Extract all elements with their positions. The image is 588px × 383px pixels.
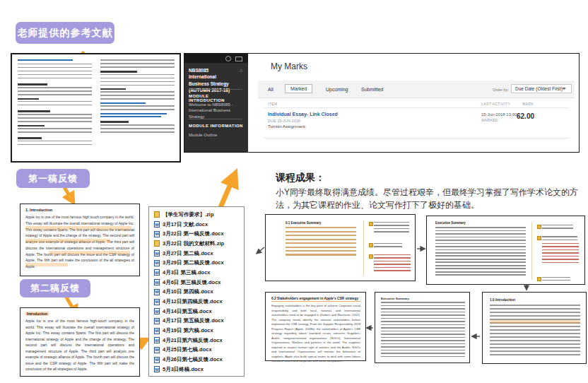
file-list: 【学生写作要求】.zip3月17日 文献.docx3月22日 第一稿反馈.doc… bbox=[148, 206, 245, 377]
chevron-down-icon bbox=[562, 88, 566, 90]
sidebar-item-module-outline[interactable]: Module Outline bbox=[189, 132, 245, 138]
file-name: 4月25日第七稿.docx bbox=[163, 346, 212, 353]
word-file-icon bbox=[154, 366, 160, 372]
draft1-heading: 1. Introduction bbox=[25, 208, 52, 212]
comment-icon bbox=[537, 277, 541, 281]
lms-screenshot: NBS8085 International Business Strategy … bbox=[184, 53, 580, 153]
result-doc-e-body: Engaging stakeholders is the key point o… bbox=[271, 304, 360, 364]
reference-doc-right-page bbox=[100, 59, 175, 158]
list-item[interactable]: 4月6日 第三稿反馈.docx bbox=[149, 278, 244, 288]
list-item[interactable]: 4月26日第七稿反馈.docx bbox=[149, 355, 244, 365]
result-doc-b-heading: Executive Summary bbox=[435, 221, 466, 225]
hyperlink-line bbox=[100, 102, 146, 104]
list-item[interactable]: 【学生写作要求】.zip bbox=[149, 210, 244, 220]
draft2-heading: Introduction bbox=[25, 312, 49, 316]
list-item[interactable]: 3月27日 第二稿.docx bbox=[149, 249, 244, 259]
result-doc-a-heading: 0.1 Executive Summary bbox=[286, 221, 321, 225]
list-item[interactable]: 4月17日 第五稿反馈.docx bbox=[149, 317, 244, 326]
assignment-type: Turnitin Assignment: bbox=[268, 124, 306, 129]
result-doc-e-stakeholders: 6.2 Stakeholders engagement in Apple's C… bbox=[265, 292, 366, 361]
collage-canvas: 老师提供的参考文献 第一稿反馈 第二稿反馈 bbox=[0, 0, 588, 383]
word-file-icon bbox=[154, 260, 160, 266]
result-doc-c-heading: 1.0 Introduction bbox=[490, 298, 515, 302]
list-item[interactable]: 5月3日终稿.docx bbox=[149, 365, 244, 375]
result-doc-d-exec-summary: Executive Summary bbox=[375, 292, 470, 363]
word-file-icon bbox=[154, 347, 160, 353]
list-item[interactable]: 3月22日 我的文献材料.zip bbox=[149, 239, 244, 249]
hyperlink-line bbox=[18, 59, 73, 61]
assignment-link[interactable]: Individual Essay- Link Closed bbox=[268, 112, 338, 117]
draft2-body: Apple Inc is one of the most famous high… bbox=[25, 318, 134, 372]
file-name: 5月3日终稿.docx bbox=[163, 366, 204, 373]
file-name: 4月10日 第四稿.docx bbox=[163, 288, 213, 295]
zip-file-icon bbox=[154, 240, 160, 247]
file-name: 4月21日第六稿反馈.docx bbox=[163, 337, 223, 344]
comment-icon bbox=[369, 254, 373, 259]
lms-sidebar: NBS8085 International Business Strategy … bbox=[184, 54, 248, 152]
list-item[interactable]: 4月21日第六稿反馈.docx bbox=[149, 336, 244, 346]
folder-icon[interactable] bbox=[235, 57, 242, 61]
comment-icon bbox=[369, 222, 373, 226]
label-second-draft-feedback: 第二稿反馈 bbox=[20, 279, 90, 297]
file-name: 4月17日 第五稿反馈.docx bbox=[163, 317, 224, 324]
search-circle-icon[interactable] bbox=[225, 56, 231, 61]
list-item[interactable]: 3月22日 第一稿反馈.docx bbox=[149, 229, 244, 239]
draft1-doc-thumbnail: 1. Introduction Apple Inc is one of the … bbox=[20, 204, 140, 276]
word-file-icon bbox=[154, 337, 160, 343]
result-doc-e-heading: 6.2 Stakeholders engagement in Apple's C… bbox=[271, 297, 360, 302]
list-item[interactable]: 4月14日第五稿.docx bbox=[149, 307, 244, 317]
tab-all[interactable]: All bbox=[268, 87, 274, 92]
table-row: Individual Essay- Link Closed DUE 15-JUN… bbox=[258, 108, 575, 136]
hyperlink-line bbox=[100, 113, 167, 114]
home-icon[interactable]: ⌂ bbox=[240, 68, 242, 73]
word-file-icon bbox=[154, 289, 160, 295]
file-name: 4月12日第四稿反馈.docx bbox=[163, 298, 223, 305]
comment-icon bbox=[537, 236, 541, 240]
word-file-icon bbox=[154, 328, 160, 334]
column-mark: MARK bbox=[522, 102, 534, 106]
file-name: 3月22日 我的文献材料.zip bbox=[163, 240, 224, 247]
list-item[interactable]: 3月29日 第二稿反馈.docx bbox=[149, 258, 244, 268]
sidebar-item-welcome[interactable]: Welcome to NBS8085 - International Busin… bbox=[189, 102, 245, 119]
tab-marked[interactable]: Marked bbox=[285, 84, 312, 93]
marks-panel: All Marked Upcoming Submitted Order by: … bbox=[258, 81, 575, 148]
list-item[interactable]: 4月19日 第六稿.docx bbox=[149, 326, 244, 336]
sidebar-section-module-information: MODULE INFORMATION bbox=[189, 124, 245, 128]
tab-submitted[interactable]: Submitted bbox=[361, 87, 384, 92]
status-badge: MARKED bbox=[481, 118, 498, 122]
file-name: 3月17日 文献.docx bbox=[163, 221, 208, 228]
lms-sidebar-topbar bbox=[184, 54, 248, 63]
list-item[interactable]: 4月12日第四稿反馈.docx bbox=[149, 297, 244, 307]
result-doc-a-exec-summary: 0.1 Executive Summary bbox=[265, 214, 416, 281]
word-file-icon bbox=[154, 279, 160, 285]
word-file-icon bbox=[154, 231, 160, 237]
marks-table: ITEM LAST ACTIVITY MARK Individual Essay… bbox=[258, 98, 575, 149]
list-item[interactable]: 4月3日 第三稿.docx bbox=[149, 268, 244, 278]
reference-doc-thumbnail bbox=[11, 53, 181, 163]
word-file-icon bbox=[154, 357, 160, 363]
result-doc-d-heading: Executive Summary bbox=[381, 297, 409, 300]
word-file-icon bbox=[154, 318, 160, 324]
file-name: 4月26日第七稿反馈.docx bbox=[163, 356, 223, 363]
file-name: 3月27日 第二稿.docx bbox=[163, 250, 213, 257]
word-file-icon bbox=[154, 299, 160, 305]
list-item[interactable]: 4月25日第七稿.docx bbox=[149, 346, 244, 355]
column-item: ITEM bbox=[268, 102, 278, 106]
draft2-doc-thumbnail: Introduction Apple Inc is one of the mos… bbox=[20, 307, 140, 377]
outcome-body: 小Y同学最终取得满意成绩。尽管过程艰辛，但最终学习掌握了写作学术论文的方法，为其… bbox=[276, 186, 588, 211]
arrow-draft1 bbox=[64, 187, 73, 201]
comment-icon bbox=[369, 243, 373, 247]
last-activity-value: 15-Jun-2018 13:00 bbox=[481, 112, 517, 117]
reference-doc-left-page bbox=[18, 59, 92, 158]
file-name: 4月3日 第三稿.docx bbox=[163, 269, 211, 276]
label-teacher-references: 老师提供的参考文献 bbox=[16, 22, 114, 44]
tab-upcoming[interactable]: Upcoming bbox=[326, 87, 348, 92]
arrow-a-to-files bbox=[257, 247, 264, 253]
outcome-heading: 课程成果： bbox=[276, 172, 325, 184]
course-title[interactable]: NBS8085 International Business Strategy … bbox=[189, 67, 235, 94]
list-item[interactable]: 3月17日 文献.docx bbox=[149, 220, 244, 230]
comment-icon bbox=[537, 225, 541, 229]
lms-page-title: My Marks bbox=[271, 61, 307, 71]
list-item[interactable]: 4月10日 第四稿.docx bbox=[149, 288, 244, 297]
label-first-draft-feedback: 第一稿反馈 bbox=[16, 169, 90, 188]
